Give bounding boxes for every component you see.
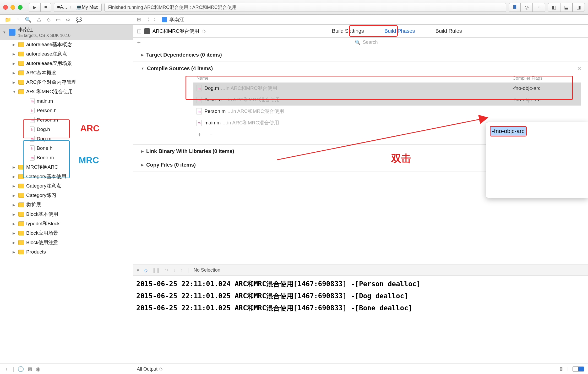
phase-search[interactable]: 🔍 Search [145, 40, 588, 45]
pause-button[interactable]: ❚❚ [152, 267, 160, 273]
folder-item[interactable]: ▶ARC基本概念 [0, 68, 133, 78]
column-name: Name [197, 76, 513, 81]
remove-source-button[interactable]: － [208, 131, 214, 139]
scm-filter-button[interactable]: ⊠ [28, 366, 32, 372]
scheme-device: My Mac [82, 4, 98, 10]
close-window-button[interactable] [3, 5, 8, 10]
folder-item[interactable]: ▶autorelease应用场景 [0, 59, 133, 68]
console-pane-toggle[interactable] [572, 366, 584, 372]
debug-bar: ▾ ◇ ❚❚ ↷ ↓ ↑ | No Selection [133, 265, 588, 276]
compiler-flag-input[interactable]: -fno-objc-arc [491, 127, 526, 136]
report-navigator-tab[interactable]: 💬 [76, 16, 82, 23]
folder-item[interactable]: ▶Products [0, 247, 133, 257]
console-output[interactable]: 2015-06-25 22:11:01.024 ARC和MRC混合使用[1467… [133, 276, 588, 364]
step-into-button[interactable]: ↓ [173, 267, 176, 273]
scheme-selector[interactable]: ■ A... 〉 💻 My Mac [54, 3, 102, 12]
test-navigator-tab[interactable]: ◇ [47, 16, 51, 23]
step-over-button[interactable]: ↷ [165, 267, 169, 273]
debug-navigator-tab[interactable]: ▭ [56, 16, 61, 23]
toggle-navigator-button[interactable]: ◧ [548, 3, 560, 12]
debug-no-selection: No Selection [194, 267, 220, 273]
tab-build-settings[interactable]: Build Settings [331, 26, 365, 36]
folder-item[interactable]: ▶Block使用注意 [0, 238, 133, 247]
compiler-flags-popover[interactable]: -fno-objc-arc [486, 122, 588, 198]
folder-item[interactable]: ▶typedef和Block [0, 219, 133, 228]
assistant-editor-button[interactable]: ◎ [521, 3, 533, 12]
folder-item[interactable]: ▶autorelease注意点 [0, 49, 133, 59]
version-editor-button[interactable]: ↔ [533, 3, 545, 12]
folder-item[interactable]: ▶ARC多个对象内存管理 [0, 78, 133, 87]
search-placeholder: Search [363, 40, 378, 45]
jump-bar: ⊞ 〈 〉 李南江 [133, 15, 588, 25]
phase-compile-sources[interactable]: ▼Compile Sources (4 items) ✕ [141, 65, 588, 72]
remove-phase-button[interactable]: ✕ [577, 66, 581, 72]
file-item[interactable]: mDog.m [0, 134, 133, 144]
minimize-window-button[interactable] [10, 5, 15, 10]
folder-item[interactable]: ▶Category基本使用 [0, 172, 133, 181]
zoom-window-button[interactable] [18, 5, 23, 10]
add-button[interactable]: ＋ [4, 365, 9, 372]
annotation-popover-highlight: -fno-objc-arc [490, 126, 527, 136]
window-controls [3, 5, 23, 10]
find-navigator-tab[interactable]: 🔍 [25, 16, 31, 23]
toggle-utilities-button[interactable]: ◨ [573, 3, 585, 12]
console-output-filter[interactable]: All Output ◇ [137, 366, 162, 372]
phase-target-dependencies[interactable]: ▶Target Dependencies (0 items) [141, 52, 588, 58]
add-phase-button[interactable]: ＋ [133, 38, 145, 46]
folder-item[interactable]: ▶Category练习 [0, 191, 133, 200]
file-item[interactable]: mPerson.m [0, 115, 133, 125]
file-item[interactable]: hDog.h [0, 125, 133, 134]
project-root[interactable]: ▼ 李南江 15 targets, OS X SDK 10.10 [0, 25, 133, 40]
recent-filter-button[interactable]: 🕘 [18, 366, 24, 372]
compile-source-row[interactable]: mDog.m …in ARC和MRC混合使用-fno-objc-arc [193, 82, 581, 94]
breakpoint-navigator-tab[interactable]: ➪ [66, 16, 70, 23]
folder-item[interactable]: ▶Category注意点 [0, 181, 133, 191]
toggle-debug-button[interactable]: ⬓ [560, 3, 573, 12]
run-button[interactable]: ▶ [29, 3, 40, 12]
file-item[interactable]: mmain.m [0, 96, 133, 106]
file-tree[interactable]: ▶autorelease基本概念▶autorelease注意点▶autorele… [0, 40, 133, 364]
navigator-footer: ＋ | 🕘 ⊠ ◉ [0, 364, 133, 374]
clear-console-button[interactable]: 🗑 [559, 366, 564, 372]
folder-item[interactable]: ▶MRC转换ARC [0, 162, 133, 172]
console-footer: All Output ◇ 🗑 | [133, 364, 588, 374]
navigator-tabs: 📁 ⌂ 🔍 ⚠ ◇ ▭ ➪ 💬 [0, 15, 133, 25]
stop-button[interactable]: ■ [40, 3, 51, 12]
target-header: ◫ ARC和MRC混合使用 ◇ Build Settings Build Pha… [133, 25, 588, 38]
folder-item[interactable]: ▶类扩展 [0, 200, 133, 210]
target-name: ARC和MRC混合使用 [153, 28, 199, 35]
tab-build-rules[interactable]: Build Rules [434, 26, 463, 36]
issue-navigator-tab[interactable]: ⚠ [37, 16, 41, 23]
file-item[interactable]: hBone.h [0, 144, 133, 153]
filter-button[interactable]: ◉ [36, 366, 40, 372]
editor-area: ⊞ 〈 〉 李南江 ◫ ARC和MRC混合使用 ◇ Build Settings… [133, 15, 588, 374]
compile-source-row[interactable]: mBone.m …in ARC和MRC混合使用-fno-objc-arc [193, 94, 581, 106]
file-item[interactable]: mBone.m [0, 153, 133, 162]
folder-item[interactable]: ▼ARC和MRC混合使用 [0, 87, 133, 96]
hide-debug-button[interactable]: ▾ [137, 267, 139, 273]
breadcrumb[interactable]: 李南江 [162, 16, 184, 23]
compile-source-row[interactable]: mPerson.m …in ARC和MRC混合使用 [193, 106, 581, 117]
tab-build-phases[interactable]: Build Phases [383, 26, 416, 36]
project-navigator-tab[interactable]: 📁 [5, 16, 11, 23]
toggle-targets-button[interactable]: ◫ [137, 28, 141, 34]
target-icon [144, 28, 150, 34]
breadcrumb-label: 李南江 [169, 16, 184, 23]
breakpoints-button[interactable]: ◇ [144, 267, 148, 273]
navigator-sidebar: 📁 ⌂ 🔍 ⚠ ◇ ▭ ➪ 💬 ▼ 李南江 15 targets, OS X S… [0, 15, 133, 374]
file-item[interactable]: hPerson.h [0, 106, 133, 115]
forward-button[interactable]: 〉 [153, 16, 158, 23]
symbol-navigator-tab[interactable]: ⌂ [17, 16, 20, 23]
folder-item[interactable]: ▶Block基本使用 [0, 210, 133, 219]
step-out-button[interactable]: ↑ [181, 267, 183, 273]
project-icon [9, 29, 15, 36]
folder-item[interactable]: ▶autorelease基本概念 [0, 40, 133, 49]
activity-status: Finished running ARC和MRC混合使用 : ARC和MRC混合… [104, 3, 506, 12]
scheme-app: A... [60, 4, 67, 10]
add-source-button[interactable]: ＋ [197, 131, 202, 139]
project-icon [162, 17, 167, 22]
standard-editor-button[interactable]: ≣ [509, 3, 521, 12]
folder-item[interactable]: ▶Block应用场景 [0, 228, 133, 238]
back-button[interactable]: 〈 [145, 16, 150, 23]
related-items-icon[interactable]: ⊞ [137, 16, 141, 23]
